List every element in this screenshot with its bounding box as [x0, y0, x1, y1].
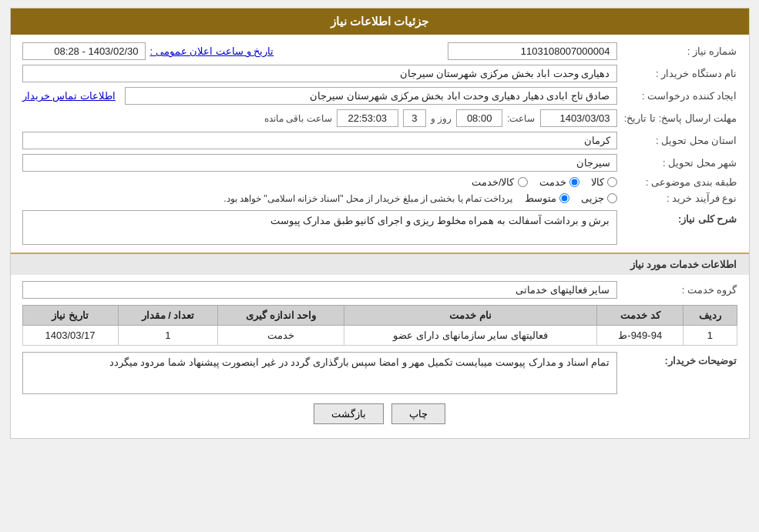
- buyer-notes-row: توضیحات خریدار: تمام اسناد و مدارک پیوست…: [22, 352, 737, 394]
- service-group-row: گروه خدمت : سایر فعالیتهای خدماتی: [22, 281, 737, 299]
- category-row: طبقه بندی موضوعی : کالا خدمت کالا/خدمت: [22, 176, 737, 188]
- buyer-notes-value: تمام اسناد و مدارک پیوست میبایست تکمیل م…: [22, 352, 617, 394]
- cell-row-num: 1: [683, 326, 737, 346]
- province-value: کرمان: [22, 132, 617, 149]
- col-unit: واحد اندازه گیری: [218, 306, 344, 326]
- need-desc-label: شرح کلی نیاز:: [622, 210, 737, 225]
- category-option-kala[interactable]: کالا: [591, 176, 617, 188]
- purchase-radio-mottavaset[interactable]: [559, 193, 569, 203]
- buyer-org-value: دهیاری وحدت اباد بخش مرکزی شهرستان سیرجا…: [22, 65, 617, 82]
- col-row-num: ردیف: [683, 306, 737, 326]
- services-section-header: اطلاعات خدمات مورد نیاز: [11, 253, 749, 275]
- buyer-notes-label: توضیحات خریدار:: [622, 352, 737, 366]
- creator-value: صادق تاج ابادی دهیار دهیاری وحدت اباد بخ…: [125, 87, 617, 105]
- main-container: جزئیات اطلاعات نیاز شماره نیاز : 1103108…: [10, 8, 750, 439]
- table-body: 1 949-94-ط فعالیتهای سایر سازمانهای دارا…: [22, 326, 737, 346]
- back-button[interactable]: بازگشت: [314, 403, 384, 424]
- table-header-row: ردیف کد خدمت نام خدمت واحد اندازه گیری ت…: [22, 306, 737, 326]
- service-group-value: سایر فعالیتهای خدماتی: [22, 281, 617, 299]
- city-label: شهر محل تحویل :: [622, 157, 737, 169]
- province-label: استان محل تحویل :: [622, 135, 737, 146]
- cell-unit: خدمت: [218, 326, 344, 346]
- purchase-radio-jozi[interactable]: [607, 193, 617, 203]
- cell-date: 1403/03/17: [22, 326, 118, 346]
- category-label: طبقه بندی موضوعی :: [622, 176, 737, 188]
- service-group-label: گروه خدمت :: [622, 284, 737, 296]
- date-value: 1403/03/03: [540, 109, 617, 127]
- buyer-notes-wrapper: تمام اسناد و مدارک پیوست میبایست تکمیل م…: [22, 352, 617, 394]
- print-button[interactable]: چاپ: [391, 403, 445, 424]
- category-option-khedmat[interactable]: خدمت: [539, 176, 579, 188]
- city-value: سیرجان: [22, 154, 617, 172]
- content-area: شماره نیاز : 1103108007000004 تاریخ و سا…: [11, 35, 749, 438]
- purchase-type-group: جزیی متوسط پرداخت تمام یا بخشی از مبلغ خ…: [22, 192, 617, 204]
- category-kala-label: کالا: [591, 176, 604, 188]
- announce-value: 1403/02/30 - 08:28: [22, 42, 146, 60]
- col-date: تاریخ نیاز: [22, 306, 118, 326]
- buyer-org-row: نام دستگاه خریدار : دهیاری وحدت اباد بخش…: [22, 65, 737, 82]
- col-service-code: کد خدمت: [597, 306, 683, 326]
- date-time-row: 1403/03/03 ساعت: 08:00 روز و 3 22:53:03 …: [22, 109, 617, 127]
- purchase-note: پرداخت تمام یا بخشی از مبلغ خریدار از مح…: [22, 193, 513, 204]
- contact-link[interactable]: اطلاعات تماس خریدار: [22, 90, 116, 102]
- days-value: 3: [403, 109, 426, 127]
- col-service-name: نام خدمت: [344, 306, 597, 326]
- cell-service-code: 949-94-ط: [597, 326, 683, 346]
- cell-qty: 1: [118, 326, 218, 346]
- buyer-org-label: نام دستگاه خریدار :: [622, 68, 737, 79]
- services-table: ردیف کد خدمت نام خدمت واحد اندازه گیری ت…: [22, 305, 737, 346]
- need-number-row: شماره نیاز : 1103108007000004 تاریخ و سا…: [22, 42, 737, 60]
- need-desc-section: شرح کلی نیاز: برش و برداشت آسفالت به همر…: [22, 210, 737, 245]
- need-number-label: شماره نیاز :: [622, 45, 737, 57]
- category-khedmat-label: خدمت: [539, 176, 566, 188]
- col-qty: تعداد / مقدار: [118, 306, 218, 326]
- time-label: ساعت:: [507, 113, 535, 124]
- need-number-value: 1103108007000004: [448, 42, 617, 60]
- cell-service-name: فعالیتهای سایر سازمانهای دارای عضو: [344, 326, 597, 346]
- response-deadline-label: مهلت ارسال پاسخ: تا تاریخ:: [622, 112, 737, 124]
- creator-label: ایجاد کننده درخواست :: [622, 90, 737, 102]
- province-row: استان محل تحویل : کرمان: [22, 132, 737, 149]
- table-head: ردیف کد خدمت نام خدمت واحد اندازه گیری ت…: [22, 306, 737, 326]
- purchase-jozi[interactable]: جزیی: [581, 192, 617, 204]
- page-title: جزئیات اطلاعات نیاز: [331, 15, 428, 28]
- category-kala-khedmat-label: کالا/خدمت: [472, 176, 515, 188]
- remaining-label: ساعت باقی مانده: [264, 113, 332, 124]
- purchase-jozi-label: جزیی: [581, 192, 604, 204]
- response-deadline-row: مهلت ارسال پاسخ: تا تاریخ: 1403/03/03 سا…: [22, 109, 737, 127]
- purchase-type-label: نوع فرآیند خرید :: [622, 192, 737, 204]
- purchase-type-row: نوع فرآیند خرید : جزیی متوسط پرداخت تمام…: [22, 192, 737, 204]
- category-radio-kala-khedmat[interactable]: [518, 177, 528, 187]
- category-radio-kala[interactable]: [607, 177, 617, 187]
- need-desc-row: شرح کلی نیاز: برش و برداشت آسفالت به همر…: [22, 210, 737, 245]
- announce-label[interactable]: تاریخ و ساعت اعلان عمومی :: [150, 45, 274, 57]
- services-table-section: ردیف کد خدمت نام خدمت واحد اندازه گیری ت…: [22, 305, 737, 346]
- need-desc-wrapper: برش و برداشت آسفالت به همراه مخلوط ریزی …: [22, 210, 617, 245]
- days-label: روز و: [431, 113, 452, 124]
- services-section-label: اطلاعات خدمات مورد نیاز: [630, 259, 737, 270]
- city-row: شهر محل تحویل : سیرجان: [22, 154, 737, 172]
- category-radio-khedmat[interactable]: [569, 177, 579, 187]
- table-row: 1 949-94-ط فعالیتهای سایر سازمانهای دارا…: [22, 326, 737, 346]
- purchase-mottavaset[interactable]: متوسط: [525, 192, 569, 204]
- creator-row: ایجاد کننده درخواست : صادق تاج ابادی دهی…: [22, 87, 737, 105]
- time-value: 08:00: [456, 109, 502, 127]
- category-option-kala-khedmat[interactable]: کالا/خدمت: [472, 176, 528, 188]
- remaining-value: 22:53:03: [337, 109, 398, 127]
- footer-buttons: چاپ بازگشت: [22, 403, 737, 424]
- purchase-mottavaset-label: متوسط: [525, 192, 556, 204]
- category-radio-group: کالا خدمت کالا/خدمت: [22, 176, 617, 188]
- need-desc-value: برش و برداشت آسفالت به همراه مخلوط ریزی …: [22, 210, 617, 245]
- page-header: جزئیات اطلاعات نیاز: [11, 8, 749, 35]
